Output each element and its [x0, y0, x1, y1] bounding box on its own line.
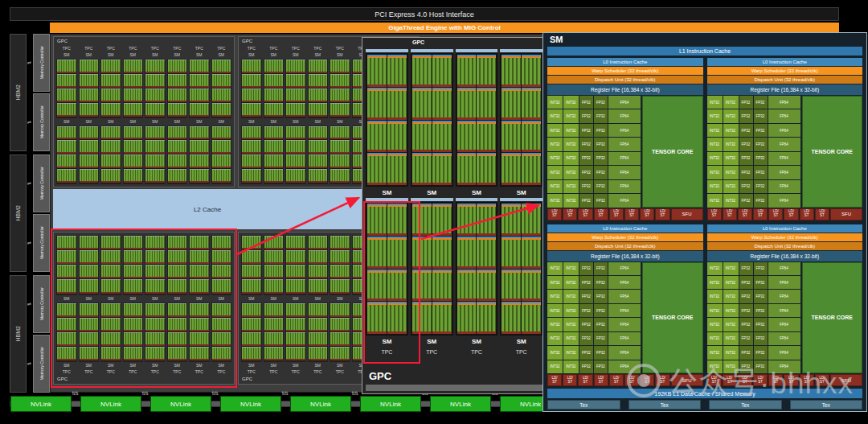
zoom-sm-grid — [411, 53, 453, 187]
sm-segment — [212, 332, 231, 347]
fp32-core: FP32 — [739, 346, 753, 359]
sm-segment — [264, 265, 284, 279]
ldst-line2: ST — [820, 214, 825, 218]
sm-segment — [309, 236, 328, 250]
sm-segment — [190, 250, 209, 265]
memory-controller-label: Memory Controller — [39, 167, 44, 200]
tpc-label: TPC — [330, 369, 350, 375]
int32-core: INT32 — [707, 96, 723, 109]
ldst-line2: ST — [567, 381, 572, 385]
memory-controller: Memory Controller — [33, 154, 50, 212]
fp64-core: FP64 — [768, 304, 800, 317]
sm-block — [241, 235, 262, 295]
sm-segment — [145, 74, 165, 89]
hbm-link-arrow-icon: ⇄ — [26, 180, 33, 186]
sm-block — [56, 235, 77, 295]
sm-segment — [264, 347, 284, 361]
sm-segment — [309, 347, 328, 361]
ldst-line2: ST — [758, 214, 763, 218]
zoom-sm-subblock — [387, 270, 407, 302]
sm-segment — [212, 74, 231, 89]
gpc-zoom-panel: GPC SMSMTPCSMSMTPCSMSMTPCSMSMTPC GPC — [362, 37, 547, 394]
sm-segment — [330, 332, 350, 347]
tpc-label: TPC — [145, 46, 166, 51]
core-row: INT32INT32FP32FP32FP64 — [707, 109, 800, 122]
sm-segment — [242, 126, 261, 141]
tpc-label: TPC — [264, 369, 285, 375]
fp32-core: FP32 — [579, 290, 593, 303]
zoom-sm-subblock — [367, 302, 387, 334]
sm-segment — [80, 236, 99, 250]
tpc-label: TPC — [500, 347, 542, 356]
fp64-core: FP64 — [608, 109, 641, 122]
tex-unit: Tex — [628, 400, 702, 410]
sm-segment — [57, 60, 76, 74]
sm-block — [264, 235, 285, 295]
zoom-sm-subblock — [502, 270, 521, 302]
core-columns: INT32INT32FP32FP32FP64INT32INT32FP32FP32… — [707, 262, 800, 374]
zoom-sm-subrow — [367, 237, 407, 269]
sm-block — [189, 59, 210, 118]
sm-label: SM — [100, 363, 121, 368]
sm-label: SM — [241, 363, 262, 368]
tpc-label: TPC — [79, 46, 100, 51]
sm-label: SM — [264, 296, 285, 302]
tpc-label: TPC — [189, 46, 210, 51]
zoom-sm-subblock — [522, 153, 541, 185]
zoom-sm-subblock — [457, 237, 477, 269]
int32-core: INT32 — [547, 180, 563, 193]
sm-block — [56, 59, 77, 118]
sm-label: SM — [167, 296, 188, 302]
ldst-unit: LD/ST — [723, 208, 737, 220]
sm-segment — [145, 250, 165, 265]
sm-segment — [264, 279, 284, 294]
zoom-sm-subblock — [522, 204, 541, 236]
sm-segment — [264, 103, 284, 117]
ldst-line2: ST — [567, 214, 572, 218]
sm-cache-strip — [500, 49, 542, 52]
fp64-core: FP64 — [608, 276, 641, 289]
sm-segment — [124, 347, 143, 361]
hbm-link-arrow-icon: ⇄ — [26, 60, 33, 65]
tpc-label: TPC — [100, 46, 121, 51]
ldst-line2: ST — [805, 381, 809, 385]
fp32-core: FP32 — [754, 180, 768, 193]
sm-segment — [57, 169, 76, 183]
sm-label: SM — [308, 52, 329, 58]
sm-block — [308, 126, 329, 185]
core-row: INT32INT32FP32FP32FP64 — [547, 360, 641, 373]
sm-segment — [101, 250, 121, 265]
sm-segment — [57, 236, 76, 250]
sm-block — [123, 126, 144, 185]
nvlink-block: NVLink — [80, 396, 141, 412]
zoom-sm-grid — [456, 53, 498, 187]
sm-segment — [101, 279, 121, 294]
fp64-core: FP64 — [768, 152, 800, 165]
ldst-unit: LD/ST — [800, 374, 814, 386]
tpc-label: TPC — [366, 347, 408, 356]
sm-cache-strip — [366, 49, 408, 52]
ldst-unit: LD/ST — [707, 208, 722, 220]
sm-segment — [330, 140, 350, 154]
nvlink-block: NVLink — [430, 396, 491, 412]
int32-core: INT32 — [547, 194, 563, 207]
tpc-column: SMSMTPC — [308, 235, 329, 375]
core-row: INT32INT32FP32FP32FP64 — [547, 109, 641, 122]
dispatch-unit-bar: Dispatch Unit (32 thread/clk) — [547, 76, 703, 84]
ldst-line2: ST — [743, 214, 747, 218]
sm-label: SM — [411, 187, 453, 198]
zoom-sm-subblock — [457, 55, 477, 87]
fp64-core: FP64 — [768, 262, 800, 275]
fp32-core: FP32 — [579, 194, 593, 207]
sm-segment — [242, 250, 261, 265]
gpc-zoom-footer-bar — [366, 385, 542, 391]
fp64-core: FP64 — [608, 194, 641, 207]
sm-segment — [286, 74, 305, 89]
ldst-unit: LD/ST — [640, 208, 654, 220]
core-row: INT32INT32FP32FP32FP64 — [707, 166, 800, 179]
fp64-core: FP64 — [608, 180, 641, 193]
sm-segment — [309, 265, 328, 279]
fp64-core: FP64 — [608, 152, 641, 165]
gpc-label: GPC — [242, 38, 252, 45]
zoom-sm-subrow — [367, 204, 407, 236]
